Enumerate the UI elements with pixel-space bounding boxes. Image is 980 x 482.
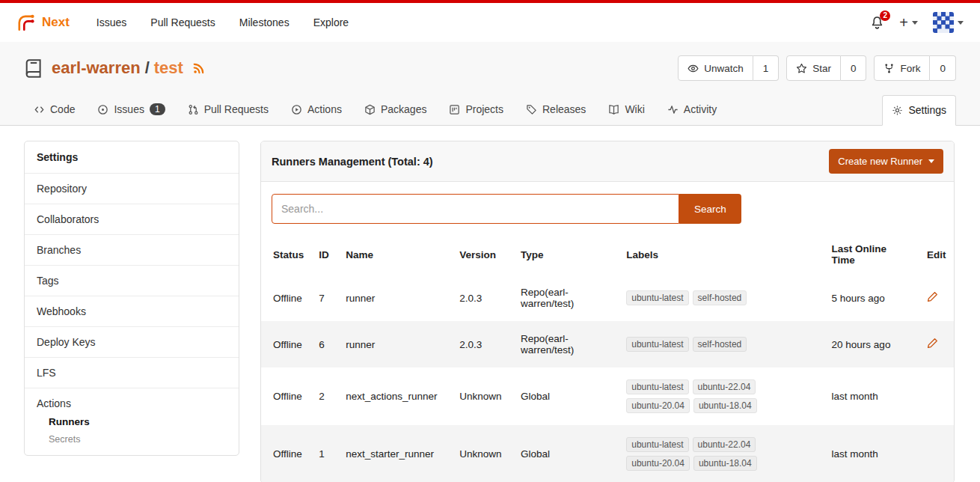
runner-type: Global <box>513 367 619 425</box>
rss-feed-icon[interactable] <box>192 61 206 75</box>
create-new-dropdown[interactable]: + <box>899 15 918 30</box>
runners-panel: Runners Management (Total: 4) Create new… <box>260 141 955 482</box>
label-badge: ubuntu-20.04 <box>626 398 690 413</box>
pencil-icon <box>927 338 938 349</box>
stars-count[interactable]: 0 <box>841 55 867 81</box>
chevron-down-icon <box>958 21 964 25</box>
repo-header: earl-warren / test Unwatch <box>24 55 956 94</box>
column-header-version: Version <box>452 234 513 275</box>
label-badge: self-hosted <box>693 337 747 352</box>
tab-actions[interactable]: Actions <box>281 94 352 125</box>
unwatch-button[interactable]: Unwatch <box>678 55 753 81</box>
chevron-down-icon <box>912 21 918 25</box>
nav-pull-requests[interactable]: Pull Requests <box>150 16 215 28</box>
repo-owner-link[interactable]: earl-warren <box>52 58 141 78</box>
runner-type: Repo(earl-warren/test) <box>513 275 619 321</box>
fork-button-group: Fork 0 <box>874 55 956 81</box>
column-header-last-online: Last Online Time <box>824 234 919 275</box>
column-header-id: ID <box>311 234 338 275</box>
create-new-runner-button[interactable]: Create new Runner <box>829 149 943 174</box>
column-header-edit: Edit <box>919 234 954 275</box>
fork-button[interactable]: Fork <box>874 55 930 81</box>
nav-issues[interactable]: Issues <box>97 16 126 28</box>
tab-pull-requests[interactable]: Pull Requests <box>178 94 278 125</box>
user-menu-dropdown[interactable] <box>933 12 964 33</box>
tab-issues[interactable]: Issues 1 <box>88 94 174 125</box>
runner-status: Offline <box>261 275 311 321</box>
gear-icon <box>892 105 903 116</box>
sidebar-group-actions: Actions Runners Secrets <box>25 388 239 455</box>
label-badge: ubuntu-22.04 <box>693 379 756 394</box>
sidebar-item-webhooks[interactable]: Webhooks <box>25 296 239 326</box>
sidebar-item-runners[interactable]: Runners <box>37 409 227 427</box>
label-badge: ubuntu-18.04 <box>693 456 757 471</box>
tab-code[interactable]: Code <box>24 94 85 125</box>
tab-releases[interactable]: Releases <box>516 94 595 125</box>
sidebar-item-lfs[interactable]: LFS <box>25 357 239 388</box>
edit-runner-button[interactable] <box>927 338 938 349</box>
search-button[interactable]: Search <box>679 194 741 224</box>
tab-activity[interactable]: Activity <box>658 94 726 125</box>
code-icon <box>34 104 45 115</box>
forgejo-logo-link[interactable]: Next <box>16 13 70 32</box>
repo-icon <box>24 58 44 79</box>
book-icon <box>608 104 619 115</box>
star-icon <box>796 63 807 74</box>
sidebar-item-repository[interactable]: Repository <box>25 173 239 204</box>
label-badge: ubuntu-latest <box>626 337 688 352</box>
issues-count-badge: 1 <box>150 103 165 115</box>
tab-packages[interactable]: Packages <box>355 94 436 125</box>
star-button-group: Star 0 <box>786 55 866 81</box>
tab-label: Actions <box>307 103 342 115</box>
runner-id: 6 <box>311 321 338 367</box>
panel-title: Runners Management (Total: 4) <box>272 156 433 168</box>
table-row: Offline 1 next_starter_runner Unknown Gl… <box>261 425 954 482</box>
sidebar-item-actions[interactable]: Actions <box>37 397 227 409</box>
top-navbar: Next Issues Pull Requests Milestones Exp… <box>0 0 980 42</box>
forks-count[interactable]: 0 <box>930 55 956 81</box>
runner-id: 7 <box>311 275 338 321</box>
sidebar-item-tags[interactable]: Tags <box>25 265 239 296</box>
fork-icon <box>883 63 895 74</box>
watchers-count[interactable]: 1 <box>753 55 780 81</box>
repo-name-link[interactable]: test <box>154 58 183 78</box>
tab-projects[interactable]: Projects <box>439 94 513 125</box>
tab-wiki[interactable]: Wiki <box>598 94 654 125</box>
search-input[interactable] <box>272 194 679 224</box>
column-header-labels: Labels <box>619 234 824 275</box>
notification-count-badge: 2 <box>880 10 890 21</box>
plus-icon: + <box>899 15 908 30</box>
tab-label: Settings <box>908 104 946 116</box>
edit-runner-button[interactable] <box>927 291 938 302</box>
brand-name: Next <box>42 15 70 30</box>
table-row: Offline 7 runner 2.0.3 Repo(earl-warren/… <box>261 275 954 321</box>
tab-label: Activity <box>684 103 717 115</box>
sidebar-header: Settings <box>25 141 239 173</box>
table-row: Offline 2 next_actions_runner Unknown Gl… <box>261 367 954 425</box>
runner-last-online: 5 hours ago <box>824 275 919 321</box>
star-button[interactable]: Star <box>786 55 841 81</box>
repo-separator: / <box>145 58 150 78</box>
unwatch-label: Unwatch <box>704 63 744 74</box>
label-badge: ubuntu-18.04 <box>693 398 757 413</box>
tab-settings[interactable]: Settings <box>882 95 956 126</box>
main-content: Settings Repository Collaborators Branch… <box>0 126 980 482</box>
tab-label: Releases <box>542 103 586 115</box>
sidebar-item-collaborators[interactable]: Collaborators <box>25 204 239 234</box>
nav-explore[interactable]: Explore <box>313 16 349 28</box>
runner-version: 2.0.3 <box>452 275 513 321</box>
nav-milestones[interactable]: Milestones <box>239 16 290 28</box>
sidebar-item-branches[interactable]: Branches <box>25 234 239 265</box>
sidebar-item-deploy-keys[interactable]: Deploy Keys <box>25 326 239 357</box>
sidebar-item-secrets[interactable]: Secrets <box>37 427 227 445</box>
runner-type: Global <box>513 425 619 482</box>
runner-labels: ubuntu-latest self-hosted <box>626 337 765 352</box>
runner-id: 2 <box>311 367 338 425</box>
runner-labels: ubuntu-latest ubuntu-22.04 ubuntu-20.04 … <box>626 437 765 471</box>
label-badge: ubuntu-20.04 <box>626 456 690 471</box>
fork-label: Fork <box>900 63 920 74</box>
notifications-button[interactable]: 2 <box>870 16 884 30</box>
label-badge: ubuntu-latest <box>626 437 688 452</box>
tab-label: Pull Requests <box>204 103 269 115</box>
runner-version: Unknown <box>452 367 513 425</box>
